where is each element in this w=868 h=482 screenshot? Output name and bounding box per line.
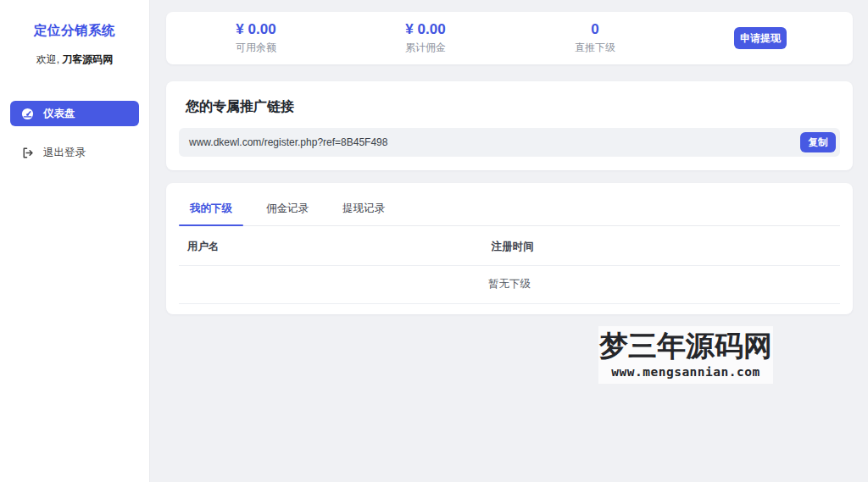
stat-label: 直推下级 xyxy=(510,41,680,55)
sidebar-item-dashboard[interactable]: 仪表盘 xyxy=(10,101,139,126)
promo-link-text[interactable]: www.dkewl.com/register.php?ref=8B45F498 xyxy=(189,136,387,148)
watermark: 梦三年源码网 www.mengsannian.com xyxy=(598,326,773,384)
app-title: 定位分销系统 xyxy=(0,22,149,40)
main-content: ¥ 0.00 可用余额 ¥ 0.00 累计佣金 0 直推下级 申请提现 您的专属… xyxy=(149,0,868,482)
promo-link-box: www.dkewl.com/register.php?ref=8B45F498 … xyxy=(179,128,840,157)
tab-bar: 我的下级 佣金记录 提现记录 xyxy=(179,183,840,226)
sidebar-item-label: 仪表盘 xyxy=(43,107,75,121)
tab-my-referrals[interactable]: 我的下级 xyxy=(179,194,243,225)
sidebar-menu: 仪表盘 退出登录 xyxy=(0,101,149,165)
welcome-prefix: 欢迎, xyxy=(36,53,59,65)
tab-withdrawal-records[interactable]: 提现记录 xyxy=(331,194,396,225)
logout-icon xyxy=(21,147,34,159)
table-empty-state: 暂无下级 xyxy=(179,266,840,304)
sidebar-item-label: 退出登录 xyxy=(43,146,86,160)
promo-link-card: 您的专属推广链接 www.dkewl.com/register.php?ref=… xyxy=(166,81,853,170)
stat-value: 0 xyxy=(510,21,680,37)
watermark-site-name: 梦三年源码网 xyxy=(598,327,773,364)
copy-button[interactable]: 复制 xyxy=(800,132,836,152)
sidebar-item-logout[interactable]: 退出登录 xyxy=(10,140,139,165)
current-username: 刀客源码网 xyxy=(62,53,113,65)
promo-link-title: 您的专属推广链接 xyxy=(186,98,840,116)
table-header-row: 用户名 注册时间 xyxy=(179,226,840,266)
dashboard-icon xyxy=(21,108,34,120)
stat-label: 累计佣金 xyxy=(341,41,510,55)
stats-card: ¥ 0.00 可用余额 ¥ 0.00 累计佣金 0 直推下级 申请提现 xyxy=(166,12,853,64)
sidebar: 定位分销系统 欢迎, 刀客源码网 仪表盘 退出登录 xyxy=(0,0,149,482)
tab-commission-records[interactable]: 佣金记录 xyxy=(255,194,320,225)
watermark-site-url: www.mengsannian.com xyxy=(598,364,773,380)
stat-total-commission: ¥ 0.00 累计佣金 xyxy=(341,21,510,55)
stat-direct-referrals: 0 直推下级 xyxy=(510,21,680,55)
stat-label: 可用余额 xyxy=(171,41,341,55)
referrals-card: 我的下级 佣金记录 提现记录 用户名 注册时间 暂无下级 xyxy=(166,183,853,314)
table-header-register-time: 注册时间 xyxy=(483,226,840,265)
withdraw-button[interactable]: 申请提现 xyxy=(734,27,787,49)
stat-value: ¥ 0.00 xyxy=(171,21,341,37)
stat-value: ¥ 0.00 xyxy=(341,21,510,37)
welcome-text: 欢迎, 刀客源码网 xyxy=(0,53,149,67)
stat-available-balance: ¥ 0.00 可用余额 xyxy=(171,21,341,55)
table-header-username: 用户名 xyxy=(179,226,483,265)
